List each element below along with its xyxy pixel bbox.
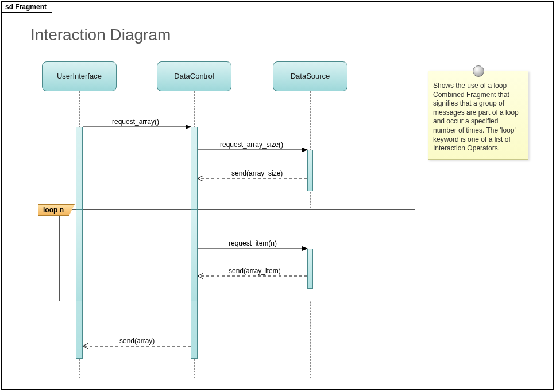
msg-label-send-array-size: send(array_size)	[231, 169, 283, 177]
msg-label-send-array: send(array)	[119, 337, 155, 345]
note-text: Shows the use of a loop Combined Fragmen…	[433, 81, 519, 152]
note[interactable]: Shows the use of a loop Combined Fragmen…	[428, 71, 528, 160]
arrow-layer	[2, 2, 554, 390]
msg-label-send-array-item: send(array_item)	[229, 267, 281, 275]
msg-label-request-array: request_array()	[112, 118, 159, 126]
pin-icon	[473, 65, 484, 77]
msg-label-request-item: request_item(n)	[229, 239, 277, 247]
diagram-frame: sd Fragment Interaction Diagram UserInte…	[1, 1, 554, 390]
msg-label-request-array-size: request_array_size()	[220, 141, 283, 149]
